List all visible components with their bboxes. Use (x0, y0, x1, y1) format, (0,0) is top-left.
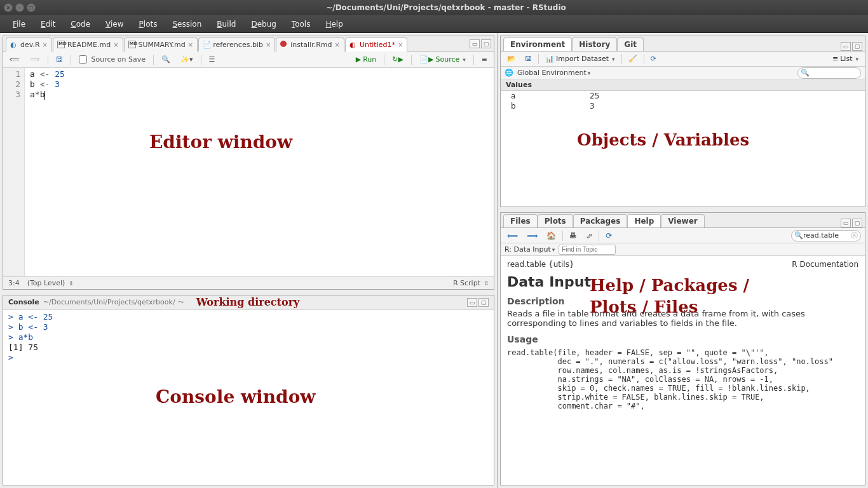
pane-maximize-icon[interactable]: ▢ (852, 42, 862, 51)
run-button[interactable]: ▶ Run (353, 54, 379, 65)
tab-readme-md[interactable]: MDREADME.md × (53, 37, 123, 51)
annotation-workdir: Working directory (196, 296, 300, 308)
back-icon[interactable]: ⟸ (505, 230, 520, 241)
tab-untitled1-[interactable]: ◐Untitled1* × (345, 37, 407, 51)
find-in-topic-input[interactable] (559, 245, 616, 255)
view-mode-button[interactable]: ≡ List▾ (830, 53, 861, 64)
help-search-input[interactable]: 🔍read.tableⓧ (791, 230, 861, 241)
help-fn-name: read.table {utils} (507, 260, 574, 269)
wand-icon[interactable]: ✨▾ (178, 54, 196, 65)
pane-minimize-icon[interactable]: ▭ (467, 298, 477, 307)
values-header: Values (501, 79, 865, 91)
window-title: ~/Documents/Uni/Projects/qetxrbook - mas… (41, 3, 851, 12)
menu-tools[interactable]: Tools (284, 17, 318, 31)
console-path-arrow-icon[interactable]: ⤳ (178, 298, 184, 306)
close-tab-icon[interactable]: × (113, 41, 118, 48)
source-button[interactable]: 📄▶ Source ▾ (417, 54, 468, 65)
load-icon[interactable]: 📂 (505, 53, 519, 64)
window-maximize-icon[interactable]: ▢ (27, 3, 36, 12)
save-icon[interactable]: 🖫 (522, 53, 534, 64)
popout-icon[interactable]: ⬀ (583, 230, 595, 241)
env-row[interactable]: b3 (501, 101, 865, 111)
env-row[interactable]: a25 (501, 91, 865, 101)
outline-icon[interactable]: ≡ (479, 54, 490, 65)
menu-file[interactable]: File (5, 17, 33, 31)
tab-references-bib[interactable]: 📄references.bib × (198, 37, 275, 51)
console-title: Console (8, 298, 39, 306)
annotation-env: Objects / Variables (577, 130, 749, 149)
close-tab-icon[interactable]: × (43, 41, 48, 48)
pane-maximize-icon[interactable]: ▢ (852, 219, 862, 227)
tab-viewer[interactable]: Viewer (661, 214, 704, 227)
close-tab-icon[interactable]: × (188, 41, 193, 48)
menu-edit[interactable]: Edit (33, 17, 63, 31)
pane-minimize-icon[interactable]: ▭ (841, 219, 851, 227)
pane-minimize-icon[interactable]: ▭ (841, 42, 851, 51)
refresh-icon[interactable]: ⟳ (648, 53, 659, 64)
pane-maximize-icon[interactable]: ▢ (481, 39, 491, 48)
window-minimize-icon[interactable]: – (15, 3, 24, 12)
menu-session[interactable]: Session (165, 17, 209, 31)
close-tab-icon[interactable]: × (335, 41, 340, 48)
save-icon[interactable]: 🖫 (53, 54, 65, 65)
import-dataset-button[interactable]: 📊 Import Dataset▾ (543, 53, 618, 64)
menu-plots[interactable]: Plots (132, 17, 165, 31)
code-editor[interactable]: 123 a <- 25b <- 3a*b Editor window (3, 68, 494, 276)
annotation-console: Console window (156, 392, 315, 402)
help-title: Data Input (507, 274, 858, 290)
pane-maximize-icon[interactable]: ▢ (478, 298, 489, 307)
rerun-icon[interactable]: ↻▶ (390, 54, 406, 65)
refresh-icon[interactable]: ⟳ (603, 230, 614, 241)
pane-minimize-icon[interactable]: ▭ (470, 39, 480, 48)
back-icon[interactable]: ⟸ (7, 54, 22, 65)
env-tabstrip: EnvironmentHistoryGit ▭ ▢ (501, 36, 865, 51)
editor-toolbar: ⟸ ⟹ 🖫 Source on Save 🔍 ✨▾ ☰ ▶ Run ↻▶ 📄▶ … (3, 51, 494, 68)
tab-files[interactable]: Files (503, 214, 538, 227)
tab-environment[interactable]: Environment (503, 37, 572, 51)
help-usage: read.table(file, header = FALSE, sep = "… (507, 348, 858, 410)
forward-icon[interactable]: ⟹ (27, 54, 43, 65)
editor-statusbar: 3:4 (Top Level) ⇕ R Script ⇕ (3, 276, 494, 289)
menu-debug[interactable]: Debug (243, 17, 283, 31)
env-scope-selector[interactable]: Global Environment▾ (517, 69, 590, 77)
tab-dev-r[interactable]: ◐dev.R × (6, 37, 52, 51)
print-icon[interactable]: 🖶 (567, 230, 580, 241)
env-search-input[interactable]: 🔍 (797, 67, 861, 79)
window-close-icon[interactable]: × (4, 3, 13, 12)
scope-indicator[interactable]: (Top Level) ⇕ (27, 279, 74, 287)
forward-icon[interactable]: ⟹ (524, 230, 540, 241)
notebook-icon[interactable]: ☰ (207, 54, 218, 65)
menu-view[interactable]: View (98, 17, 131, 31)
annotation-editor: Editor window (149, 132, 292, 152)
close-tab-icon[interactable]: × (266, 41, 271, 48)
menu-code[interactable]: Code (63, 17, 98, 31)
help-description: Reads a file in table format and creates… (507, 309, 858, 328)
console-path: ~/Documents/Uni/Projects/qetxrbook/ (43, 298, 175, 306)
help-content[interactable]: read.table {utils} R Documentation Help … (501, 256, 865, 485)
globe-icon: 🌐 (505, 69, 513, 77)
language-indicator[interactable]: R Script ⇕ (453, 279, 489, 287)
find-icon[interactable]: 🔍 (159, 54, 173, 65)
help-topic-bar: R: Data Input▾ (501, 243, 865, 256)
home-icon[interactable]: 🏠 (544, 230, 559, 241)
close-tab-icon[interactable]: × (398, 41, 403, 48)
tab-history[interactable]: History (572, 37, 617, 51)
source-on-save-checkbox[interactable]: Source on Save (76, 54, 148, 65)
tab-git[interactable]: Git (617, 37, 644, 51)
tab-help[interactable]: Help (627, 214, 661, 227)
cursor-position: 3:4 (8, 279, 20, 287)
tab-plots[interactable]: Plots (538, 214, 573, 227)
console[interactable]: Console window > a <- 25> b <- 3> a*b[1]… (3, 309, 494, 485)
help-section-usage: Usage (507, 334, 858, 344)
console-header: Console ~/Documents/Uni/Projects/qetxrbo… (3, 295, 494, 309)
help-topic[interactable]: R: Data Input▾ (505, 245, 555, 254)
menu-help[interactable]: Help (318, 17, 350, 31)
tab-installr-rmd[interactable]: installr.Rmd × (276, 37, 344, 51)
tab-packages[interactable]: Packages (573, 214, 628, 227)
menu-build[interactable]: Build (209, 17, 243, 31)
help-doc-tag: R Documentation (792, 260, 858, 269)
clear-icon[interactable]: 🧹 (626, 53, 640, 64)
env-values: Values a25b3 Objects / Variables (501, 79, 865, 207)
tab-summary-md[interactable]: MDSUMMARY.md × (124, 37, 198, 51)
editor-tabstrip: ◐dev.R ×MDREADME.md ×MDSUMMARY.md ×📄refe… (3, 36, 494, 51)
